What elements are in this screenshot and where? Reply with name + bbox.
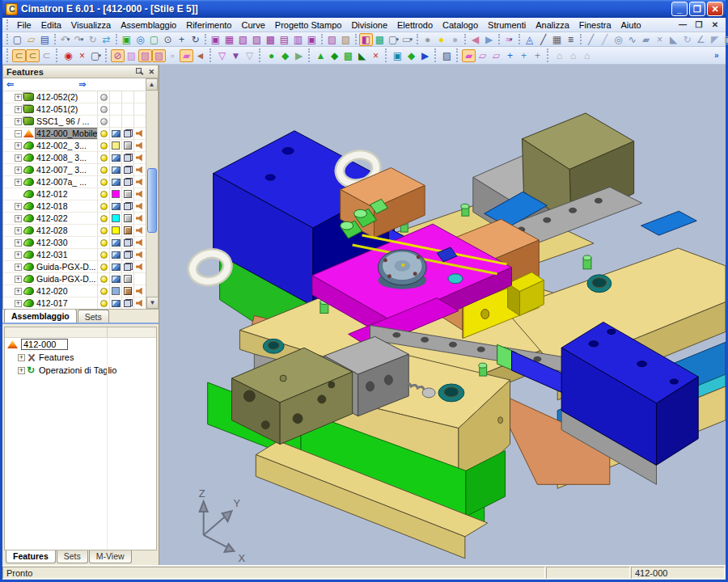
tree-expand-toggle[interactable]: + (15, 179, 22, 186)
tree-row[interactable]: +412-028 (3, 225, 146, 237)
cube-icon[interactable] (124, 190, 132, 198)
deselect-all-icon[interactable]: × (75, 49, 89, 62)
notify-cell[interactable] (133, 152, 146, 164)
notify-cell[interactable] (133, 261, 146, 273)
view-manager-icon[interactable]: ▨ (325, 33, 339, 46)
speaker-icon[interactable] (136, 264, 144, 271)
tree-row[interactable]: +412-031 (3, 249, 146, 261)
view-save-icon[interactable]: ▧ (339, 33, 353, 46)
notify-cell[interactable] (133, 200, 146, 213)
dropdown-arrow-icon[interactable]: ▾ (409, 36, 413, 43)
bulb-icon[interactable] (100, 142, 108, 150)
color-cell[interactable] (109, 164, 121, 176)
bulb-icon[interactable] (100, 215, 108, 222)
tree-row[interactable]: +412-008_ 3... (3, 152, 146, 164)
menu-file[interactable]: File (12, 19, 36, 32)
tree-expand-toggle[interactable]: + (15, 215, 22, 222)
notify-cell[interactable] (133, 91, 146, 103)
tree-item-label[interactable]: 412-012 (36, 189, 97, 199)
color-cell[interactable] (109, 273, 121, 285)
plane-create-icon[interactable]: ▰ (462, 49, 476, 62)
tree-item-label[interactable]: 412-022 (36, 213, 97, 223)
zoom-dynamic-icon[interactable]: ◎ (133, 33, 147, 46)
face-back-icon[interactable]: ◄ (193, 49, 207, 62)
notify-cell[interactable] (133, 164, 146, 176)
color-cell[interactable] (109, 188, 121, 200)
notify-cell[interactable] (133, 116, 146, 128)
zoom-magnifier-icon[interactable]: ⊙ (161, 33, 175, 46)
tree-scrollbar[interactable]: ▼ (146, 91, 158, 309)
visibility-cell[interactable] (97, 152, 109, 164)
tree-row[interactable]: +412-051(2) (3, 103, 146, 116)
tree-scroll-down[interactable]: ▼ (146, 297, 159, 309)
visibility-cell[interactable] (97, 213, 109, 225)
notify-cell[interactable] (133, 297, 146, 310)
face-copy-icon[interactable]: ▨ (125, 49, 138, 62)
redo-icon[interactable]: ↷▾ (72, 33, 86, 46)
tree-item-label[interactable]: 412-007a_ ... (36, 177, 97, 187)
work-table-icon[interactable]: ▦ (550, 33, 564, 46)
tree-expand-toggle[interactable]: + (15, 288, 22, 295)
tree-row[interactable]: +Guida-PGX-D... (3, 261, 146, 273)
select-filter-icon[interactable]: ◉ (61, 49, 75, 62)
tree-item-label[interactable]: 412-007_ 3... (36, 165, 97, 175)
draw-pick-icon[interactable]: ◤ (708, 33, 722, 46)
visibility-cell[interactable] (97, 103, 109, 116)
visibility-cell[interactable] (97, 200, 109, 213)
bulb-icon[interactable] (100, 300, 108, 307)
tree-row[interactable]: +412-018 (3, 200, 146, 213)
copies-icon[interactable] (124, 166, 133, 174)
wave-ref-icon[interactable]: ▽ (243, 49, 256, 62)
tree-item-label[interactable]: 412-020 (36, 286, 97, 296)
color-cell[interactable] (109, 261, 121, 273)
tree-row[interactable]: +SSC1_ 96 / ... (3, 116, 146, 128)
simulate-play-icon[interactable]: ▶ (418, 49, 432, 62)
tree-item-label[interactable]: 412-028 (36, 226, 97, 235)
instance-cell[interactable] (121, 164, 133, 176)
instance-cell[interactable] (121, 213, 133, 225)
dropdown-arrow-icon[interactable]: ▾ (81, 36, 84, 43)
bulb-icon[interactable] (100, 191, 108, 198)
copies-icon[interactable] (124, 154, 133, 162)
visibility-cell[interactable] (97, 273, 109, 285)
view-custom-icon[interactable]: ▣ (305, 33, 319, 46)
panel-close-icon[interactable]: ✕ (148, 68, 154, 76)
instance-cell[interactable] (121, 116, 133, 128)
draw-delete-icon[interactable]: × (653, 33, 667, 46)
tree-item-label[interactable]: 412-031 (36, 250, 97, 259)
view-back-icon[interactable]: ▩ (264, 33, 277, 46)
visibility-cell[interactable] (97, 285, 109, 297)
color-cell[interactable] (109, 176, 121, 188)
clamp-edit-icon[interactable]: ◆ (278, 49, 292, 62)
tab-sets[interactable]: Sets (78, 310, 109, 323)
tree-item-label[interactable]: 412-030 (36, 238, 97, 247)
tree-row[interactable]: +412-052(2) (3, 91, 146, 103)
color-cell[interactable] (109, 285, 121, 297)
thumbnail-icon[interactable] (112, 203, 121, 210)
light-on-icon[interactable]: ● (434, 33, 448, 46)
instance-cell[interactable] (121, 103, 133, 116)
notify-cell[interactable] (133, 188, 146, 200)
view-bottom-icon[interactable]: ▥ (291, 33, 305, 46)
part-grid-icon[interactable]: ▩ (341, 49, 355, 62)
menu-progetto-stampo[interactable]: Progetto Stampo (270, 19, 347, 32)
close-button[interactable]: ✕ (707, 2, 723, 16)
mdi-minimize[interactable]: — (677, 20, 688, 29)
bulb-icon[interactable] (100, 118, 108, 125)
menu-catalogo[interactable]: Catalogo (438, 19, 483, 32)
copies-icon[interactable] (124, 129, 133, 137)
home-save-icon[interactable]: ⌂ (566, 49, 580, 62)
speaker-icon[interactable] (136, 251, 144, 259)
color-cell[interactable] (109, 200, 121, 213)
instance-cell[interactable] (121, 140, 133, 152)
display-options-icon[interactable]: ▭▾ (400, 33, 414, 46)
speaker-icon[interactable] (136, 130, 144, 137)
part-close-icon[interactable]: ◣ (355, 49, 369, 62)
notify-cell[interactable] (133, 237, 146, 249)
visibility-cell[interactable] (97, 176, 109, 188)
color-cell[interactable] (109, 297, 121, 310)
regenerate-icon[interactable]: ↻ (86, 33, 99, 46)
extract-copy-icon[interactable]: ⊂ (26, 49, 40, 62)
instance-cell[interactable] (121, 128, 133, 140)
thumbnail-icon[interactable] (112, 130, 121, 137)
